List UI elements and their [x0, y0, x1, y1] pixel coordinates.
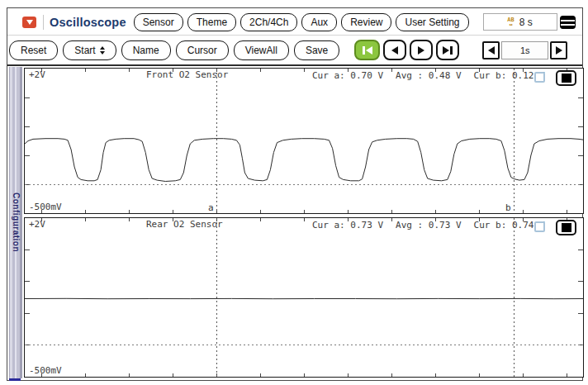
- ab-range-icon: AB↔: [507, 17, 514, 27]
- app-logo-dropdown-icon[interactable]: [22, 17, 36, 28]
- app-window: Oscilloscope Sensor Theme 2Ch/4Ch Aux Re…: [7, 7, 583, 381]
- triangle-left-icon: [488, 46, 495, 55]
- timescale-decrease-button[interactable]: [482, 41, 500, 59]
- channel-color-button[interactable]: [556, 70, 576, 86]
- skip-start-icon: [363, 46, 365, 55]
- divider: [43, 15, 44, 30]
- app-title: Oscilloscope: [50, 16, 126, 29]
- review-button[interactable]: Review: [341, 13, 391, 31]
- y-min-label: -500mV: [29, 202, 62, 212]
- triangle-left-icon: [391, 46, 398, 55]
- avg-readout: Avg : 0.48 V: [396, 70, 461, 81]
- name-button[interactable]: Name: [121, 40, 171, 60]
- hamburger-menu-icon[interactable]: [560, 16, 576, 29]
- second-toolbar: Reset Start Name Cursor ViewAll Save 1s: [7, 36, 582, 64]
- timescale-value: 1s: [501, 41, 548, 59]
- cursor-a-readout: Cur a: 0.73 V: [312, 220, 383, 231]
- save-button[interactable]: Save: [294, 40, 339, 60]
- channel-title: Front O2 Sensor: [146, 69, 228, 80]
- waveform-rear: [25, 218, 583, 377]
- skip-end-icon: [450, 46, 453, 55]
- triangle-right-icon: [443, 46, 449, 55]
- ab-range-value: 8 s: [519, 17, 533, 28]
- scope-panel-front: +2V Front O2 Sensor Cur a: 0.70 V Avg : …: [24, 68, 584, 214]
- reset-button[interactable]: Reset: [9, 40, 58, 60]
- chevron-down-icon: [26, 20, 33, 25]
- y-max-label: +2V: [29, 69, 45, 80]
- y-max-label: +2V: [29, 219, 45, 230]
- channel-mode-button[interactable]: 2Ch/4Ch: [240, 13, 297, 31]
- theme-button[interactable]: Theme: [187, 13, 236, 31]
- aux-button[interactable]: Aux: [301, 13, 337, 31]
- channel-checkbox[interactable]: [534, 72, 545, 83]
- color-swatch-icon: [562, 74, 571, 83]
- triangle-right-icon: [418, 46, 424, 55]
- configuration-sidebar-tab[interactable]: Configuration: [9, 67, 22, 378]
- sidebar-bottom-marker: [9, 378, 21, 381]
- cursor-readouts: Cur a: 0.70 V Avg : 0.48 V Cur b: 0.12 V: [312, 70, 545, 81]
- cursor-readouts: Cur a: 0.73 V Avg : 0.73 V Cur b: 0.74 V: [312, 220, 545, 231]
- scope-panel-rear: +2V Rear O2 Sensor Cur a: 0.73 V Avg : 0…: [24, 217, 584, 378]
- triangle-left-icon: [366, 46, 372, 55]
- cursor-button[interactable]: Cursor: [176, 40, 229, 60]
- skip-to-start-button[interactable]: [354, 40, 380, 60]
- start-button[interactable]: Start: [63, 40, 116, 60]
- top-toolbar: Oscilloscope Sensor Theme 2Ch/4Ch Aux Re…: [7, 8, 582, 36]
- timescale-group: 1s: [482, 41, 567, 59]
- sensor-button[interactable]: Sensor: [134, 13, 183, 31]
- triangle-right-icon: [556, 46, 562, 55]
- stepper-icon: [100, 46, 105, 55]
- cursor-a-label: a: [208, 202, 214, 213]
- sidebar-label: Configuration: [12, 192, 21, 252]
- cursor-a-readout: Cur a: 0.70 V: [312, 70, 383, 81]
- avg-readout: Avg : 0.73 V: [396, 220, 461, 231]
- chart-area-divider: [7, 64, 582, 66]
- cursor-b-label: b: [505, 202, 511, 213]
- waveform-front: [25, 69, 583, 213]
- step-forward-button[interactable]: [410, 40, 433, 60]
- viewall-button[interactable]: ViewAll: [234, 40, 289, 60]
- channel-checkbox[interactable]: [534, 221, 545, 232]
- user-setting-button[interactable]: User Setting: [396, 13, 468, 31]
- skip-to-end-button[interactable]: [436, 40, 459, 60]
- timescale-increase-button[interactable]: [550, 41, 567, 59]
- ab-range-display: AB↔ 8 s: [483, 13, 557, 31]
- y-min-label: -500mV: [29, 365, 62, 376]
- step-back-button[interactable]: [383, 40, 406, 60]
- color-swatch-icon: [562, 223, 571, 232]
- channel-title: Rear O2 Sensor: [146, 219, 223, 230]
- toolbar-divider: [7, 35, 582, 36]
- channel-color-button[interactable]: [556, 220, 576, 235]
